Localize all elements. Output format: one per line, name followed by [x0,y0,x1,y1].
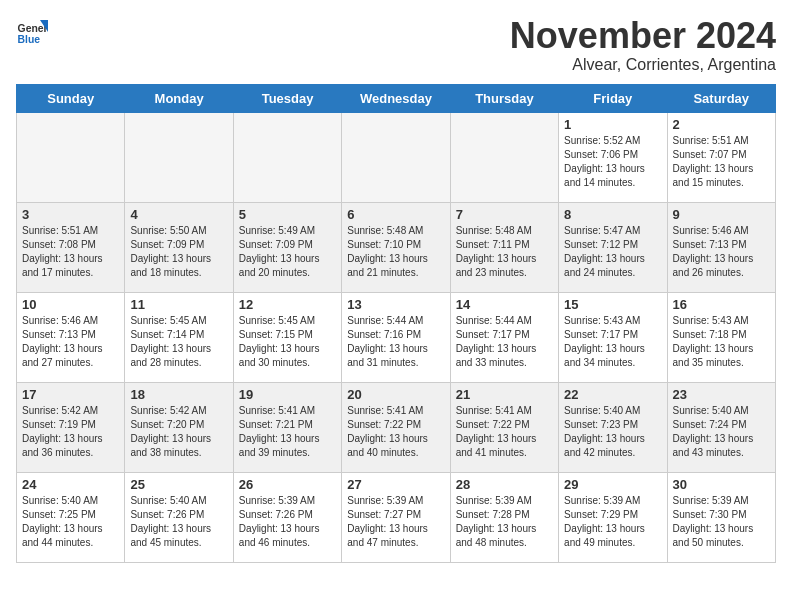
cell-info: Sunrise: 5:48 AM Sunset: 7:11 PM Dayligh… [456,224,553,280]
cell-info: Sunrise: 5:39 AM Sunset: 7:26 PM Dayligh… [239,494,336,550]
day-number: 22 [564,387,661,402]
cell-info: Sunrise: 5:39 AM Sunset: 7:27 PM Dayligh… [347,494,444,550]
calendar-cell: 11Sunrise: 5:45 AM Sunset: 7:14 PM Dayli… [125,292,233,382]
calendar-cell: 13Sunrise: 5:44 AM Sunset: 7:16 PM Dayli… [342,292,450,382]
cell-info: Sunrise: 5:44 AM Sunset: 7:16 PM Dayligh… [347,314,444,370]
day-number: 19 [239,387,336,402]
day-number: 20 [347,387,444,402]
cell-info: Sunrise: 5:43 AM Sunset: 7:17 PM Dayligh… [564,314,661,370]
cell-info: Sunrise: 5:41 AM Sunset: 7:21 PM Dayligh… [239,404,336,460]
day-number: 29 [564,477,661,492]
day-number: 7 [456,207,553,222]
calendar-cell: 16Sunrise: 5:43 AM Sunset: 7:18 PM Dayli… [667,292,775,382]
logo: General Blue [16,16,48,48]
day-number: 24 [22,477,119,492]
cell-info: Sunrise: 5:48 AM Sunset: 7:10 PM Dayligh… [347,224,444,280]
calendar-cell: 12Sunrise: 5:45 AM Sunset: 7:15 PM Dayli… [233,292,341,382]
calendar-cell: 28Sunrise: 5:39 AM Sunset: 7:28 PM Dayli… [450,472,558,562]
day-header-wednesday: Wednesday [342,84,450,112]
calendar-cell: 15Sunrise: 5:43 AM Sunset: 7:17 PM Dayli… [559,292,667,382]
calendar-cell: 27Sunrise: 5:39 AM Sunset: 7:27 PM Dayli… [342,472,450,562]
cell-info: Sunrise: 5:39 AM Sunset: 7:28 PM Dayligh… [456,494,553,550]
day-number: 5 [239,207,336,222]
day-number: 21 [456,387,553,402]
day-header-monday: Monday [125,84,233,112]
calendar-cell: 29Sunrise: 5:39 AM Sunset: 7:29 PM Dayli… [559,472,667,562]
calendar-cell [450,112,558,202]
calendar-cell: 23Sunrise: 5:40 AM Sunset: 7:24 PM Dayli… [667,382,775,472]
svg-text:Blue: Blue [18,34,41,45]
day-number: 15 [564,297,661,312]
day-number: 23 [673,387,770,402]
calendar-cell: 22Sunrise: 5:40 AM Sunset: 7:23 PM Dayli… [559,382,667,472]
cell-info: Sunrise: 5:39 AM Sunset: 7:30 PM Dayligh… [673,494,770,550]
cell-info: Sunrise: 5:41 AM Sunset: 7:22 PM Dayligh… [347,404,444,460]
cell-info: Sunrise: 5:45 AM Sunset: 7:14 PM Dayligh… [130,314,227,370]
cell-info: Sunrise: 5:40 AM Sunset: 7:24 PM Dayligh… [673,404,770,460]
day-number: 13 [347,297,444,312]
calendar-cell: 14Sunrise: 5:44 AM Sunset: 7:17 PM Dayli… [450,292,558,382]
calendar-cell: 10Sunrise: 5:46 AM Sunset: 7:13 PM Dayli… [17,292,125,382]
cell-info: Sunrise: 5:52 AM Sunset: 7:06 PM Dayligh… [564,134,661,190]
calendar-cell: 2Sunrise: 5:51 AM Sunset: 7:07 PM Daylig… [667,112,775,202]
cell-info: Sunrise: 5:44 AM Sunset: 7:17 PM Dayligh… [456,314,553,370]
cell-info: Sunrise: 5:40 AM Sunset: 7:26 PM Dayligh… [130,494,227,550]
day-header-tuesday: Tuesday [233,84,341,112]
day-header-thursday: Thursday [450,84,558,112]
title-area: November 2024 Alvear, Corrientes, Argent… [510,16,776,74]
calendar-cell: 5Sunrise: 5:49 AM Sunset: 7:09 PM Daylig… [233,202,341,292]
day-header-saturday: Saturday [667,84,775,112]
cell-info: Sunrise: 5:45 AM Sunset: 7:15 PM Dayligh… [239,314,336,370]
calendar-cell: 17Sunrise: 5:42 AM Sunset: 7:19 PM Dayli… [17,382,125,472]
cell-info: Sunrise: 5:50 AM Sunset: 7:09 PM Dayligh… [130,224,227,280]
calendar-subtitle: Alvear, Corrientes, Argentina [510,56,776,74]
day-number: 3 [22,207,119,222]
day-number: 4 [130,207,227,222]
day-number: 25 [130,477,227,492]
calendar-cell: 18Sunrise: 5:42 AM Sunset: 7:20 PM Dayli… [125,382,233,472]
calendar-cell: 7Sunrise: 5:48 AM Sunset: 7:11 PM Daylig… [450,202,558,292]
calendar-cell: 30Sunrise: 5:39 AM Sunset: 7:30 PM Dayli… [667,472,775,562]
cell-info: Sunrise: 5:51 AM Sunset: 7:07 PM Dayligh… [673,134,770,190]
cell-info: Sunrise: 5:47 AM Sunset: 7:12 PM Dayligh… [564,224,661,280]
cell-info: Sunrise: 5:46 AM Sunset: 7:13 PM Dayligh… [22,314,119,370]
day-number: 16 [673,297,770,312]
calendar-cell: 20Sunrise: 5:41 AM Sunset: 7:22 PM Dayli… [342,382,450,472]
calendar-cell: 3Sunrise: 5:51 AM Sunset: 7:08 PM Daylig… [17,202,125,292]
cell-info: Sunrise: 5:41 AM Sunset: 7:22 PM Dayligh… [456,404,553,460]
calendar-cell [125,112,233,202]
cell-info: Sunrise: 5:42 AM Sunset: 7:20 PM Dayligh… [130,404,227,460]
cell-info: Sunrise: 5:51 AM Sunset: 7:08 PM Dayligh… [22,224,119,280]
day-number: 12 [239,297,336,312]
day-number: 6 [347,207,444,222]
calendar-cell: 19Sunrise: 5:41 AM Sunset: 7:21 PM Dayli… [233,382,341,472]
day-header-sunday: Sunday [17,84,125,112]
cell-info: Sunrise: 5:40 AM Sunset: 7:23 PM Dayligh… [564,404,661,460]
calendar-table: SundayMondayTuesdayWednesdayThursdayFrid… [16,84,776,563]
calendar-cell: 25Sunrise: 5:40 AM Sunset: 7:26 PM Dayli… [125,472,233,562]
cell-info: Sunrise: 5:49 AM Sunset: 7:09 PM Dayligh… [239,224,336,280]
day-number: 18 [130,387,227,402]
day-number: 1 [564,117,661,132]
calendar-cell: 6Sunrise: 5:48 AM Sunset: 7:10 PM Daylig… [342,202,450,292]
logo-icon: General Blue [16,16,48,48]
calendar-cell: 8Sunrise: 5:47 AM Sunset: 7:12 PM Daylig… [559,202,667,292]
calendar-cell: 26Sunrise: 5:39 AM Sunset: 7:26 PM Dayli… [233,472,341,562]
calendar-cell: 1Sunrise: 5:52 AM Sunset: 7:06 PM Daylig… [559,112,667,202]
day-number: 26 [239,477,336,492]
calendar-cell [342,112,450,202]
cell-info: Sunrise: 5:40 AM Sunset: 7:25 PM Dayligh… [22,494,119,550]
calendar-cell: 9Sunrise: 5:46 AM Sunset: 7:13 PM Daylig… [667,202,775,292]
day-number: 11 [130,297,227,312]
day-number: 30 [673,477,770,492]
cell-info: Sunrise: 5:46 AM Sunset: 7:13 PM Dayligh… [673,224,770,280]
day-number: 9 [673,207,770,222]
day-number: 14 [456,297,553,312]
day-number: 10 [22,297,119,312]
day-header-friday: Friday [559,84,667,112]
calendar-title: November 2024 [510,16,776,56]
day-number: 27 [347,477,444,492]
calendar-cell [233,112,341,202]
calendar-cell: 21Sunrise: 5:41 AM Sunset: 7:22 PM Dayli… [450,382,558,472]
day-number: 8 [564,207,661,222]
